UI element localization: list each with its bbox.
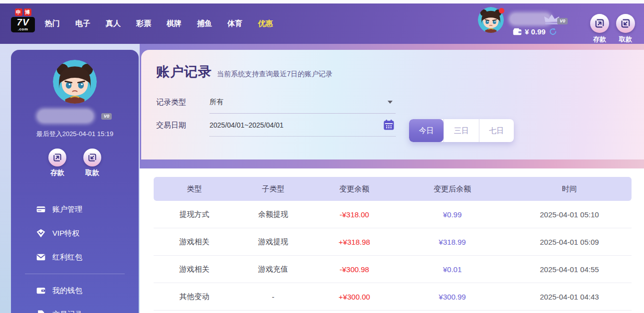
brand-suffix-text: .com — [12, 27, 33, 31]
cell-subtype: 游戏充值 — [235, 265, 311, 274]
sidebar-menu: 账户管理 VIP特权 红利红包 我的钱包 — [11, 197, 139, 313]
calendar-icon[interactable] — [383, 119, 395, 131]
cell-balance-after: ¥0.01 — [398, 265, 507, 274]
vip-diamond-icon — [36, 228, 46, 238]
balance-amount: ¥ 0.99 — [525, 27, 546, 36]
deposit-button[interactable]: 存款 — [47, 149, 68, 177]
table-column-header: 变更后余额 — [398, 184, 507, 194]
sidebar-item-label: 我的钱包 — [52, 286, 82, 296]
brand-logo[interactable]: 申 博 7V .com — [11, 8, 35, 32]
table-row: 游戏相关 游戏充值 -¥300.98 ¥0.01 2025-04-01 04:5… — [154, 256, 632, 283]
nav-item[interactable]: 热门 — [45, 19, 60, 28]
nav-item[interactable]: 彩票 — [136, 19, 151, 28]
username-blurred — [37, 110, 93, 123]
nav-item[interactable]: 真人 — [106, 19, 121, 28]
date-quick-range: 今日 三日 七日 — [409, 119, 514, 142]
table-row: 游戏相关 游戏提现 +¥318.98 ¥318.99 2025-04-01 05… — [154, 228, 632, 256]
table-header: 类型 子类型 变更余额 变更后余额 时间 — [154, 177, 632, 201]
cell-subtype: 游戏提现 — [235, 237, 311, 247]
nav-item[interactable]: 棋牌 — [167, 19, 182, 28]
cell-change-amount: +¥300.00 — [311, 293, 397, 301]
sidebar-avatar[interactable] — [53, 60, 97, 104]
nav-item[interactable]: 捕鱼 — [197, 19, 212, 28]
cell-balance-after: ¥0.99 — [398, 210, 507, 219]
range-button[interactable]: 今日 — [409, 119, 443, 142]
wallet-icon — [36, 286, 46, 296]
wallet-icon — [513, 28, 522, 35]
deposit-icon — [590, 14, 609, 33]
deposit-icon — [48, 149, 66, 166]
cell-change-amount: -¥300.98 — [311, 265, 397, 274]
balance-row: ¥ 0.99 — [513, 27, 557, 36]
cell-balance-after: ¥300.99 — [398, 293, 507, 301]
date-range-value: 2025/04/01~2025/04/01 — [210, 121, 283, 129]
cell-balance-after: ¥318.99 — [398, 238, 507, 246]
brand-logo-main: 7V .com — [11, 17, 35, 32]
main-nav-menu: 热门 电子 真人 彩票 棋牌 捕鱼 体育 优惠 — [45, 3, 273, 44]
sidebar-item-transactions[interactable]: 交易记录 — [36, 303, 139, 313]
brand-char-2: 博 — [24, 8, 31, 16]
record-type-label: 记录类型 — [156, 98, 210, 107]
withdraw-label: 取款 — [82, 168, 103, 177]
cell-type: 游戏相关 — [154, 265, 235, 274]
top-strip — [0, 0, 644, 3]
nav-item[interactable]: 电子 — [75, 19, 90, 28]
record-type-select[interactable]: 所有 — [210, 91, 396, 114]
sidebar-item-bonus[interactable]: 红利红包 — [36, 245, 139, 269]
nav-item[interactable]: 体育 — [227, 19, 242, 28]
brand-logo-top: 申 博 — [11, 8, 35, 16]
bank-card-icon — [36, 204, 46, 214]
top-nav: 申 博 7V .com 热门 电子 真人 彩票 棋牌 捕鱼 体育 优惠 — [0, 3, 644, 44]
refresh-balance-icon[interactable] — [549, 27, 557, 36]
last-login-text: 最后登入2025-04-01 15:19 — [11, 130, 139, 139]
vip-level-badge: V0 — [557, 18, 568, 24]
sidebar-item-label: VIP特权 — [52, 229, 79, 238]
vip-level-badge: V0 — [101, 113, 112, 120]
sidebar-item-label: 红利红包 — [52, 253, 82, 262]
cell-time: 2025-04-01 04:55 — [507, 265, 632, 274]
nav-item[interactable]: 优惠 — [258, 19, 273, 28]
records-table: 类型 子类型 变更余额 变更后余额 时间 提现方式 余额提现 -¥318.00 … — [154, 177, 632, 313]
cell-time: 2025-04-01 05:10 — [507, 210, 632, 219]
cell-time: 2025-04-01 04:43 — [507, 293, 632, 301]
table-row: 提现方式 余额提现 -¥318.00 ¥0.99 2025-04-01 05:1… — [154, 201, 632, 228]
table-column-header: 类型 — [154, 184, 235, 194]
table-body: 提现方式 余额提现 -¥318.00 ¥0.99 2025-04-01 05:1… — [154, 201, 632, 311]
deposit-label: 存款 — [589, 35, 610, 44]
table-row: 其他变动 - +¥300.00 ¥300.99 2025-04-01 04:43 — [154, 283, 632, 311]
filters: 记录类型 所有 交易日期 2025/04/01~2025/04/01 — [141, 91, 644, 137]
brand-char-1: 申 — [15, 8, 22, 16]
cell-type: 提现方式 — [154, 210, 235, 219]
table-column-header: 时间 — [507, 184, 632, 194]
sidebar-item-vip[interactable]: VIP特权 — [36, 221, 139, 245]
main-content: 账户记录 当前系统支持查询最近7日的账户记录 记录类型 所有 交易日期 2025… — [140, 44, 644, 313]
withdraw-button[interactable]: 取款 — [82, 149, 103, 177]
sidebar-item-label: 交易记录 — [52, 310, 82, 313]
date-range-row: 交易日期 2025/04/01~2025/04/01 — [156, 114, 396, 137]
sidebar-actions: 存款 取款 — [11, 149, 139, 177]
range-button[interactable]: 七日 — [479, 119, 514, 142]
record-type-value: 所有 — [210, 98, 223, 107]
cell-subtype: - — [235, 293, 311, 301]
range-button[interactable]: 三日 — [443, 119, 478, 142]
cell-type: 游戏相关 — [154, 237, 235, 247]
cell-subtype: 余额提现 — [235, 210, 311, 219]
avatar-character-illustration — [53, 60, 97, 104]
withdraw-icon — [616, 14, 635, 33]
cell-change-amount: -¥318.00 — [311, 210, 397, 219]
deposit-button[interactable]: 存款 — [589, 14, 610, 44]
document-icon — [36, 310, 46, 313]
sidebar-item-account-management[interactable]: 账户管理 — [36, 197, 139, 221]
cell-time: 2025-04-01 05:09 — [507, 238, 632, 246]
date-range-field[interactable]: 2025/04/01~2025/04/01 — [210, 114, 396, 137]
withdraw-button[interactable]: 取款 — [615, 14, 636, 44]
cell-type: 其他变动 — [154, 292, 235, 302]
chevron-down-icon — [388, 101, 393, 104]
sidebar-item-wallet[interactable]: 我的钱包 — [36, 279, 139, 303]
envelope-icon — [36, 252, 46, 262]
table-column-header: 子类型 — [235, 184, 311, 194]
date-range-label: 交易日期 — [156, 121, 210, 130]
panel-title-row: 账户记录 当前系统支持查询最近7日的账户记录 — [141, 50, 644, 81]
user-sidebar: V0 最后登入2025-04-01 15:19 存款 取款 — [11, 50, 139, 313]
notification-dot — [499, 8, 504, 13]
